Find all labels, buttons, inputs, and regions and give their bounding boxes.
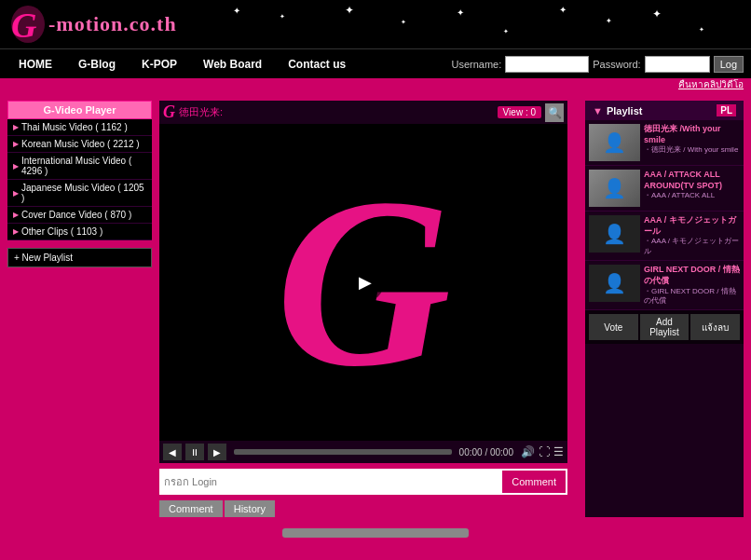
playlist-sub-4: ・GIRL NEXT DOOR / 情熱の代償 [644, 287, 740, 307]
playlist-header-left: ▼ Playlist [593, 105, 642, 116]
playlist-items: 👤 徳田光来 /With your smile ・徳田光来 / With you… [585, 120, 744, 310]
playlist-item-1[interactable]: 👤 徳田光来 /With your smile ・徳田光来 / With you… [585, 120, 744, 166]
nav-bar: HOME G-Blog K-POP Web Board Contact us U… [0, 48, 751, 78]
playlist-thumb-2: 👤 [589, 170, 640, 207]
playlist-thumb-3: 👤 [589, 215, 640, 253]
view-count-badge: View : 0 [498, 106, 541, 118]
progress-bar[interactable] [234, 449, 452, 455]
playlist-item-3[interactable]: 👤 AAA / キモノジェットガール ・AAA / キモノジェットガール [585, 212, 744, 261]
playlist-item-2[interactable]: 👤 AAA / ATTACK ALL AROUND(TV SPOT) ・AAA … [585, 166, 744, 212]
logo-area: G -motion.co.th [9, 4, 177, 45]
thumb-face-3: 👤 [589, 215, 640, 253]
pause-button[interactable]: ⏸ [185, 444, 204, 460]
video-controls: ◀ ⏸ ▶ 00:00 / 00:00 🔊 ⛶ ☰ [159, 441, 567, 463]
playlist-sub-2: ・AAA / ATTACK ALL [644, 191, 740, 200]
vote-button[interactable]: Vote [589, 314, 638, 340]
new-playlist-button[interactable]: + New Playlist [7, 248, 152, 267]
prev-button[interactable]: ◀ [163, 444, 182, 460]
nav-kpop[interactable]: K-POP [130, 54, 188, 75]
recover-link[interactable]: คืนหาคลิปวิดีโอ [678, 77, 744, 91]
next-button[interactable]: ▶ [208, 444, 226, 460]
search-button[interactable]: 🔍 [545, 103, 564, 122]
pl-badge: PL [717, 104, 736, 116]
password-input[interactable] [645, 56, 710, 73]
playlist-info-2: AAA / ATTACK ALL AROUND(TV SPOT) ・AAA / … [644, 170, 740, 201]
history-tab[interactable]: History [225, 500, 275, 517]
playlist-info-4: GIRL NEXT DOOR / 情熱の代償 ・GIRL NEXT DOOR /… [644, 265, 740, 306]
comment-input-row: Comment [159, 469, 567, 495]
sidebar-title: G-Video Player [7, 101, 152, 119]
playlist-sub-3: ・AAA / キモノジェットガール [644, 237, 740, 256]
sidebar-item-thai[interactable]: Thai Music Video ( 1162 ) [7, 119, 152, 136]
video-header: G 徳田光来: View : 0 🔍 [159, 101, 567, 124]
time-display: 00:00 / 00:00 [459, 447, 513, 458]
video-title: 徳田光来: [175, 105, 498, 119]
nav-webboard[interactable]: Web Board [192, 54, 273, 75]
nav-home[interactable]: HOME [7, 54, 63, 75]
svg-text:G: G [11, 6, 37, 45]
playlist-icon[interactable]: ☰ [553, 445, 564, 458]
sidebar-item-cover[interactable]: Cover Dance Video ( 870 ) [7, 207, 152, 224]
password-label: Password: [593, 59, 640, 70]
username-input[interactable] [505, 56, 589, 73]
playlist-label: Playlist [607, 105, 643, 116]
thumb-face-1: 👤 [589, 124, 640, 161]
bottom-scrollbar[interactable] [282, 528, 469, 538]
playlist-header: ▼ Playlist PL [585, 101, 744, 120]
sidebar-item-japanese[interactable]: Japanese Music Video ( 1205 ) [7, 180, 152, 207]
main-area: G-Video Player Thai Music Video ( 1162 )… [0, 93, 751, 517]
nav-links: HOME G-Blog K-POP Web Board Contact us [7, 54, 357, 75]
playlist-item-4[interactable]: 👤 GIRL NEXT DOOR / 情熱の代償 ・GIRL NEXT DOOR… [585, 261, 744, 310]
video-logo-icon: G [163, 102, 175, 122]
nav-gblog[interactable]: G-Blog [67, 54, 127, 75]
playlist-title-4: GIRL NEXT DOOR / 情熱の代償 [644, 265, 740, 286]
video-container: G 徳田光来: View : 0 🔍 G ◀ ⏸ ▶ 00:00 / 00:00… [159, 101, 567, 463]
playlist-title-1: 徳田光来 /With your smile [644, 124, 740, 145]
comment-area: Comment Comment History [159, 469, 567, 517]
logo-text: -motion.co.th [48, 12, 177, 36]
add-playlist-button[interactable]: Add Playlist [640, 314, 690, 340]
comment-tab[interactable]: Comment [159, 500, 223, 517]
header: G -motion.co.th ✦ ✦ ✦ ✦ ✦ ✦ ✦ ✦ ✦ ✦ [0, 0, 751, 48]
sidebar: G-Video Player Thai Music Video ( 1162 )… [7, 101, 152, 517]
playlist-actions: Vote Add Playlist แจ้งลบ [585, 310, 744, 344]
sidebar-item-korean[interactable]: Korean Music Video ( 2212 ) [7, 136, 152, 153]
play-button[interactable] [343, 262, 384, 303]
playlist-thumb-4: 👤 [589, 265, 640, 302]
playlist-thumb-1: 👤 [589, 124, 640, 161]
share-button[interactable]: แจ้งลบ [690, 314, 740, 340]
playlist-info-1: 徳田光来 /With your smile ・徳田光来 / With your … [644, 124, 740, 156]
login-button[interactable]: Log [714, 56, 744, 73]
comment-input[interactable] [161, 471, 498, 493]
sidebar-item-other[interactable]: Other Clips ( 1103 ) [7, 224, 152, 240]
nav-contactus[interactable]: Contact us [277, 54, 357, 75]
nav-login-area: Username: Password: Log [451, 56, 744, 73]
comment-tabs: Comment History [159, 500, 567, 517]
playlist-sub-1: ・徳田光来 / With your smile [644, 145, 740, 155]
playlist-title-2: AAA / ATTACK ALL AROUND(TV SPOT) [644, 170, 740, 191]
sidebar-item-intl[interactable]: International Music Video ( 4296 ) [7, 153, 152, 180]
comment-submit-button[interactable]: Comment [502, 471, 566, 493]
fullscreen-icon[interactable]: ⛶ [539, 445, 550, 458]
username-label: Username: [451, 59, 501, 70]
thumb-face-4: 👤 [589, 265, 640, 302]
playlist-info-3: AAA / キモノジェットガール ・AAA / キモノジェットガール [644, 215, 740, 256]
video-screen[interactable]: G [159, 124, 567, 441]
volume-icon[interactable]: 🔊 [521, 445, 535, 458]
center-area: G 徳田光来: View : 0 🔍 G ◀ ⏸ ▶ 00:00 / 00:00… [159, 101, 578, 517]
thumb-face-2: 👤 [589, 170, 640, 207]
playlist-chevron-icon: ▼ [593, 105, 603, 116]
playlist-title-3: AAA / キモノジェットガール [644, 215, 740, 237]
playlist-panel: ▼ Playlist PL 👤 徳田光来 /With your smile ・徳… [585, 101, 744, 517]
